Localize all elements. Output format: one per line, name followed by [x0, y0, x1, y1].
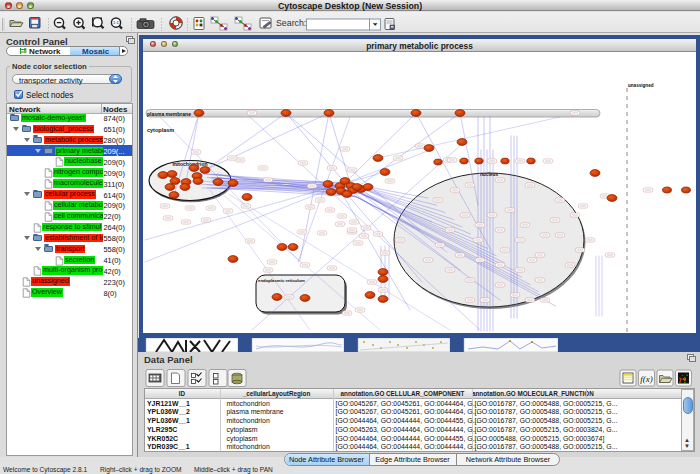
svg-text:Search:: Search: — [276, 18, 306, 28]
svg-text:f(x): f(x) — [640, 374, 653, 384]
svg-text:unassigned: unassigned — [628, 83, 654, 88]
svg-text:endoplasmic reticulum: endoplasmic reticulum — [258, 278, 305, 283]
svg-text:plasma membrane: plasma membrane — [147, 111, 191, 117]
svg-text:1:1: 1:1 — [113, 20, 120, 25]
svg-text:nucleus: nucleus — [480, 172, 498, 177]
